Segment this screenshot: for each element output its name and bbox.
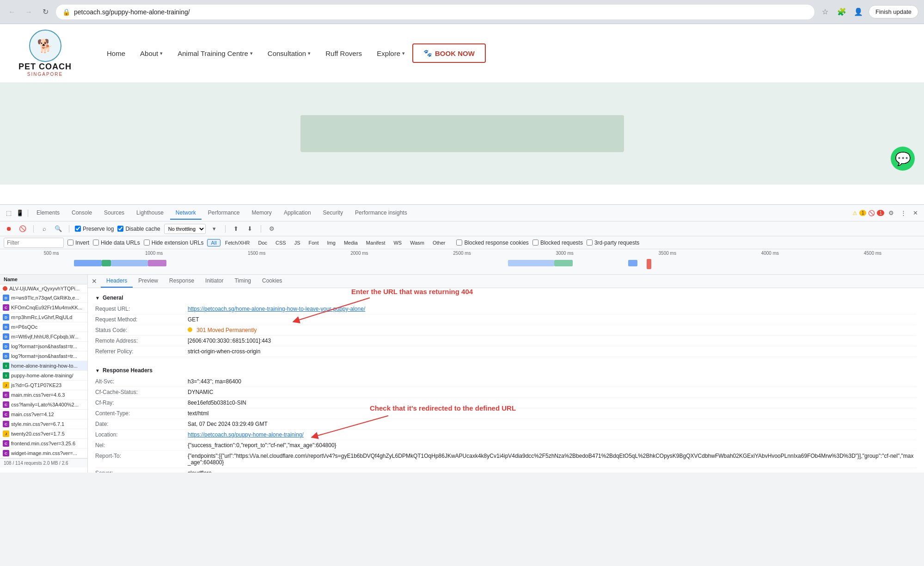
- request-item[interactable]: Cfrontend.min.css?ver=3.25.6: [0, 439, 87, 449]
- detail-tab-headers[interactable]: Headers: [101, 275, 133, 288]
- request-url-value[interactable]: https://petcoach.sg/home-alone-training-…: [188, 306, 917, 312]
- reload-button[interactable]: ↻: [39, 6, 52, 18]
- request-type-icon: D: [3, 333, 9, 340]
- clear-button[interactable]: 🚫: [18, 224, 28, 234]
- preserve-log-checkbox[interactable]: [75, 226, 81, 232]
- tab-memory[interactable]: Memory: [246, 207, 277, 220]
- request-item[interactable]: Dm=P6sQOc: [0, 322, 87, 332]
- settings-network-icon[interactable]: ⚙: [267, 224, 277, 234]
- invert-label[interactable]: Invert: [67, 240, 89, 246]
- close-detail-button[interactable]: ✕: [88, 275, 101, 288]
- filter-icon-button[interactable]: ⌕: [39, 224, 49, 234]
- preserve-log-label[interactable]: Preserve log: [75, 226, 114, 232]
- record-button[interactable]: ⏺: [4, 224, 14, 234]
- detail-tab-cookies[interactable]: Cookies: [257, 275, 288, 288]
- detail-tab-preview[interactable]: Preview: [133, 275, 164, 288]
- blocked-requests-checkbox[interactable]: [532, 240, 538, 246]
- devtools-settings-icon[interactable]: ⚙: [886, 208, 896, 218]
- hide-data-urls-label[interactable]: Hide data URLs: [93, 240, 140, 246]
- profile-button[interactable]: 👤: [852, 6, 865, 18]
- tab-lighthouse[interactable]: Lighthouse: [131, 207, 169, 220]
- address-bar[interactable]: 🔒 petcoach.sg/puppy-home-alone-training/: [55, 4, 815, 20]
- request-item[interactable]: Cwidget-image.min.css?ver=...: [0, 449, 87, 458]
- detail-tab-initiator[interactable]: Initiator: [200, 275, 229, 288]
- extensions-button[interactable]: 🧩: [835, 6, 848, 18]
- nav-explore[interactable]: Explore ▾: [369, 46, 412, 61]
- disable-cache-checkbox[interactable]: [117, 226, 123, 232]
- request-item[interactable]: Cstyle.min.css?ver=6.7.1: [0, 419, 87, 429]
- devtools-device-icon[interactable]: 📱: [15, 208, 25, 218]
- invert-checkbox[interactable]: [67, 240, 73, 246]
- response-header-value[interactable]: https://petcoach.sg/puppy-home-alone-tra…: [188, 431, 917, 438]
- tab-performance-insights[interactable]: Performance insights: [349, 207, 413, 220]
- request-item[interactable]: Dlog?format=json&hasfast=tr...: [0, 342, 87, 351]
- hide-ext-urls-checkbox[interactable]: [144, 240, 150, 246]
- filter-type-js[interactable]: JS: [291, 239, 304, 246]
- request-item[interactable]: Dm=ws9Tlc,n73qwf,GkRiKb,e...: [0, 293, 87, 303]
- request-item[interactable]: Cmain.css?ver=4.12: [0, 410, 87, 419]
- filter-type-manifest[interactable]: Manifest: [362, 239, 389, 246]
- throttle-dropdown-icon[interactable]: ▾: [209, 224, 220, 234]
- filter-type-doc[interactable]: Doc: [255, 239, 271, 246]
- blocked-cookies-checkbox[interactable]: [456, 240, 462, 246]
- tab-application[interactable]: Application: [278, 207, 317, 220]
- nav-consultation[interactable]: Consultation ▾: [260, 46, 318, 61]
- third-party-checkbox[interactable]: [587, 240, 593, 246]
- detail-tab-response[interactable]: Response: [164, 275, 200, 288]
- filter-type-fetch/xhr[interactable]: Fetch/XHR: [221, 239, 254, 246]
- request-item[interactable]: Dm=p3hmRc,LvGhrf,RqjULd: [0, 313, 87, 322]
- filter-input[interactable]: [4, 238, 64, 248]
- tab-performance[interactable]: Performance: [202, 207, 245, 220]
- disable-cache-label[interactable]: Disable cache: [117, 226, 160, 232]
- finish-update-button[interactable]: Finish update: [869, 5, 918, 18]
- nav-training[interactable]: Animal Training Centre ▾: [170, 46, 260, 61]
- nav-rovers[interactable]: Ruff Rovers: [318, 46, 369, 61]
- filter-type-all[interactable]: All: [207, 239, 220, 246]
- blocked-cookies-label[interactable]: Blocked response cookies: [456, 240, 528, 246]
- forward-button[interactable]: →: [22, 6, 35, 18]
- tab-elements[interactable]: Elements: [31, 207, 65, 220]
- hide-ext-urls-label[interactable]: Hide extension URLs: [144, 240, 204, 246]
- bookmark-button[interactable]: ☆: [819, 6, 832, 18]
- request-item[interactable]: CKFOmCnqEu92Fr1Mu4mxKK...: [0, 303, 87, 313]
- request-item[interactable]: Dm=Wt6vjf,hhhU8,FCpbqb,W...: [0, 332, 87, 342]
- tab-network[interactable]: Network: [170, 207, 202, 220]
- throttle-select[interactable]: No throttling: [164, 224, 206, 234]
- filter-type-wasm[interactable]: Wasm: [406, 239, 428, 246]
- hide-data-urls-checkbox[interactable]: [93, 240, 99, 246]
- search-icon-button[interactable]: 🔍: [53, 224, 63, 234]
- filter-type-ws[interactable]: WS: [390, 239, 405, 246]
- blocked-requests-label[interactable]: Blocked requests: [532, 240, 583, 246]
- back-button[interactable]: ←: [6, 6, 18, 18]
- download-har-icon[interactable]: ⬇: [245, 224, 255, 234]
- request-item[interactable]: Dlog?format=json&hasfast=tr...: [0, 351, 87, 361]
- upload-har-icon[interactable]: ⬆: [231, 224, 241, 234]
- request-item[interactable]: Cmain.min.css?ver=4.6.3: [0, 390, 87, 400]
- request-item[interactable]: Ccss?family=Lato%3A400%2...: [0, 400, 87, 410]
- response-section-header[interactable]: ▼ Response Headers: [95, 364, 917, 376]
- request-item[interactable]: Jjs?id=G-QT1P07KE23: [0, 381, 87, 390]
- book-now-button[interactable]: 🐾 BOOK NOW: [412, 43, 486, 63]
- tab-sources[interactable]: Sources: [98, 207, 130, 220]
- devtools-close-icon[interactable]: ✕: [910, 208, 920, 218]
- request-item[interactable]: Ihome-alone-training-how-to...: [0, 361, 87, 371]
- request-item[interactable]: Ipuppy-home-alone-training/: [0, 371, 87, 381]
- request-item[interactable]: Jtwenty20.css?ver=1.7.5: [0, 429, 87, 439]
- devtools-more-icon[interactable]: ⋮: [898, 208, 908, 218]
- devtools-inspect-icon[interactable]: ⬚: [4, 208, 14, 218]
- request-item[interactable]: ALV-UjUWAx_rQyxyvhYTQPi...: [0, 284, 87, 293]
- filter-type-font[interactable]: Font: [305, 239, 323, 246]
- filter-type-css[interactable]: CSS: [272, 239, 290, 246]
- devtools-right-actions: ⚠ 1 🚫 1 ⚙ ⋮ ✕: [852, 208, 920, 218]
- filter-type-img[interactable]: Img: [324, 239, 339, 246]
- third-party-label[interactable]: 3rd-party requests: [587, 240, 639, 246]
- whatsapp-button[interactable]: 💬: [891, 147, 915, 171]
- tab-security[interactable]: Security: [318, 207, 349, 220]
- filter-type-media[interactable]: Media: [340, 239, 361, 246]
- detail-tab-timing[interactable]: Timing: [229, 275, 257, 288]
- general-section-header[interactable]: ▼ General: [95, 292, 917, 304]
- filter-type-other[interactable]: Other: [429, 239, 449, 246]
- nav-home[interactable]: Home: [99, 46, 133, 61]
- nav-about[interactable]: About ▾: [133, 46, 170, 61]
- tab-console[interactable]: Console: [66, 207, 98, 220]
